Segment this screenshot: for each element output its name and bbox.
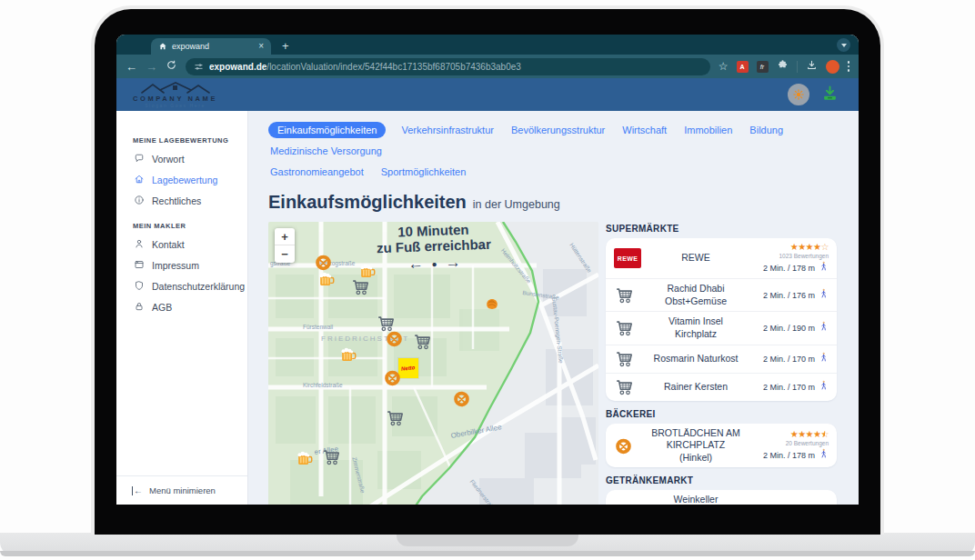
- map-marker-pretzel-icon[interactable]: [383, 368, 402, 391]
- info-icon: [134, 195, 145, 207]
- map-marker-cart-icon[interactable]: [412, 332, 432, 355]
- bookmark-star-icon[interactable]: ☆: [719, 60, 729, 73]
- rewe-logo-icon: REWE: [614, 248, 647, 268]
- rating-stars: ★★★★★☆: [745, 429, 829, 439]
- place-name: REWE: [647, 252, 745, 265]
- downloads-icon[interactable]: [806, 58, 818, 75]
- browser-menu-icon[interactable]: [848, 61, 850, 72]
- sidebar-item-agb[interactable]: AGB: [116, 296, 247, 317]
- sidebar-item-datenschutzerklärung[interactable]: Datenschutzerklärung: [116, 275, 247, 296]
- laptop-bottom-edge: [0, 551, 975, 556]
- sidebar-item-label: Kontakt: [152, 239, 185, 250]
- tab-search-chevron-button[interactable]: [837, 38, 850, 52]
- new-tab-button[interactable]: +: [282, 40, 289, 52]
- address-bar[interactable]: expowand.de/locationValuation/index/542f…: [186, 58, 710, 75]
- listing-card: Weinkeller Düsseldorf, Mövenpick Wein & …: [606, 490, 837, 505]
- sidebar-item-label: AGB: [152, 302, 172, 313]
- map-marker-pretzel-icon[interactable]: [452, 389, 471, 412]
- map-annotation: 10 Minuten zu Fuß erreichbar ←●→: [342, 222, 526, 275]
- distance-text: 2 Min. / 170 m: [763, 383, 815, 392]
- browser-toolbar: ← → expowand.de/locationValuation/index/…: [116, 55, 859, 78]
- sidebar-item-impressum[interactable]: Impressum: [116, 255, 247, 275]
- cart-icon: [614, 285, 647, 305]
- map-marker-cart-icon[interactable]: [321, 447, 341, 471]
- list-item-rewe[interactable]: REWEREWE★★★★☆1023 Bewertungen2 Min. / 17…: [606, 238, 837, 278]
- distance-text: 2 Min. / 170 m: [763, 355, 815, 364]
- sidebar-item-vorwort[interactable]: Vorwort: [116, 148, 247, 169]
- list-item-rachid-dhabi-obst-gemüse[interactable]: Rachid Dhabi Obst+Gemüse2 Min. / 176 m: [606, 278, 837, 311]
- browser-tabstrip: expowand × +: [116, 35, 859, 55]
- rating-stars: ★★★★★☆: [745, 503, 829, 505]
- list-item-rainer-kersten[interactable]: Rainer Kersten2 Min. / 170 m: [606, 373, 837, 401]
- sidebar-item-label: Vorwort: [152, 154, 185, 165]
- cart-icon: [614, 318, 647, 338]
- map-marker-pretzel-icon[interactable]: [385, 329, 404, 352]
- reload-button[interactable]: [166, 58, 177, 75]
- shield-icon: [134, 280, 145, 293]
- list-item-brotlädchen-am-kirchplatz-hinkel-[interactable]: BROTLÄDCHEN AM KIRCHPLATZ (Hinkel)★★★★★☆…: [606, 424, 837, 468]
- map-marker-pretzel-icon[interactable]: [347, 504, 366, 505]
- walking-person-icon: [819, 352, 829, 365]
- sun-icon: [791, 87, 806, 102]
- sidebar-item-lagebewertung[interactable]: Lagebewertung: [116, 169, 247, 190]
- map-marker-beer-icon[interactable]: [317, 270, 336, 292]
- zoom-out-button[interactable]: −: [275, 245, 295, 263]
- fr-extension-icon[interactable]: fr: [757, 61, 769, 73]
- tab-bevölkerungsstruktur[interactable]: Bevölkerungsstruktur: [509, 122, 607, 138]
- tab-title: expowand: [172, 42, 254, 51]
- forward-button[interactable]: →: [146, 61, 157, 73]
- list-item-rosmarin-naturkost[interactable]: Rosmarin Naturkost2 Min. / 170 m: [606, 345, 837, 373]
- download-report-button[interactable]: [821, 85, 839, 105]
- tab-sportmöglichkeiten[interactable]: Sportmöglichkeiten: [379, 164, 468, 180]
- user-avatar[interactable]: [788, 84, 809, 105]
- back-button[interactable]: ←: [126, 61, 137, 73]
- zoom-in-button[interactable]: +: [275, 228, 295, 245]
- tab-wirtschaft[interactable]: Wirtschaft: [620, 122, 668, 138]
- sidebar-item-label: Datenschutzerklärung: [152, 281, 245, 292]
- browser-tab[interactable]: expowand ×: [151, 38, 271, 55]
- map-marker-cart-icon[interactable]: [385, 408, 405, 432]
- page-title-row: Einkaufsmöglichkeiten in der Umgebung: [268, 192, 837, 213]
- tab-einkaufsmöglichkeiten[interactable]: Einkaufsmöglichkeiten: [268, 122, 386, 138]
- map-marker-bread-icon[interactable]: [483, 295, 501, 316]
- browser-window: expowand × + ← → expowand.de/locationVal…: [116, 35, 859, 505]
- site-settings-icon: [194, 62, 204, 72]
- tab-immobilien[interactable]: Immobilien: [682, 122, 734, 138]
- page-title: Einkaufsmöglichkeiten: [268, 192, 467, 213]
- sidebar-item-label: Impressum: [152, 260, 199, 271]
- page-subtitle: in der Umgebung: [473, 198, 560, 211]
- tab-gastronomieangebot[interactable]: Gastronomieangebot: [268, 164, 366, 180]
- lock-icon: [134, 301, 145, 314]
- tab-close-icon[interactable]: ×: [258, 42, 264, 51]
- tab-medizinische-versorgung[interactable]: Medizinische Versorgung: [268, 143, 384, 159]
- site-header: COMPANY NAME Slogan Goes Here: [116, 78, 859, 111]
- sidebar-item-label: Lagebewertung: [152, 175, 217, 185]
- url-text: expowand.de/locationValuation/index/542f…: [209, 62, 521, 72]
- sidebar-section-title: MEINE LAGEBEWERTUNG: [116, 125, 247, 148]
- listing-section-title: SUPERMÄRKTE: [606, 224, 837, 234]
- sidebar-item-kontakt[interactable]: Kontakt: [116, 234, 247, 255]
- list-item-vitamin-insel-kirchplatz[interactable]: Vitamin Insel Kirchplatz2 Min. / 190 m: [606, 311, 837, 344]
- listings-panel: SUPERMÄRKTEREWEREWE★★★★☆1023 Bewertungen…: [606, 222, 837, 505]
- map-marker-cart-icon[interactable]: [350, 277, 370, 301]
- place-name: Rachid Dhabi Obst+Gemüse: [647, 283, 745, 307]
- list-item-weinkeller-düsseldorf-mövenpick-wein-co-[interactable]: Weinkeller Düsseldorf, Mövenpick Wein & …: [606, 490, 837, 505]
- listing-card: BROTLÄDCHEN AM KIRCHPLATZ (Hinkel)★★★★★☆…: [606, 424, 837, 468]
- pdf-extension-icon[interactable]: A: [737, 61, 749, 73]
- extensions-puzzle-icon[interactable]: [777, 58, 789, 75]
- map-marker-beer-icon[interactable]: [339, 345, 357, 367]
- place-name: Rosmarin Naturkost: [647, 353, 745, 365]
- tab-bildung[interactable]: Bildung: [748, 122, 785, 138]
- collapse-menu-button[interactable]: ← Menü minimieren: [116, 475, 247, 505]
- map[interactable]: + − 10 Minuten zu Fuß erreichbar ←●→ gst…: [268, 222, 598, 505]
- sidebar: MEINE LAGEBEWERTUNGVorwortLagebewertungR…: [116, 111, 248, 505]
- place-name: Weinkeller Düsseldorf, Mövenpick Wein & …: [647, 494, 745, 505]
- tab-verkehrsinfrastruktur[interactable]: Verkehrsinfrastruktur: [399, 122, 495, 138]
- street-label: Kirchfeldstraße: [303, 382, 343, 388]
- map-marker-beer-icon[interactable]: [296, 449, 314, 471]
- collapse-arrow-icon: ←: [132, 486, 143, 495]
- walking-person-icon: [819, 448, 829, 462]
- company-logo[interactable]: COMPANY NAME Slogan Goes Here: [133, 82, 217, 108]
- browser-profile-avatar[interactable]: [826, 60, 839, 74]
- sidebar-item-rechtliches[interactable]: Rechtliches: [116, 190, 247, 211]
